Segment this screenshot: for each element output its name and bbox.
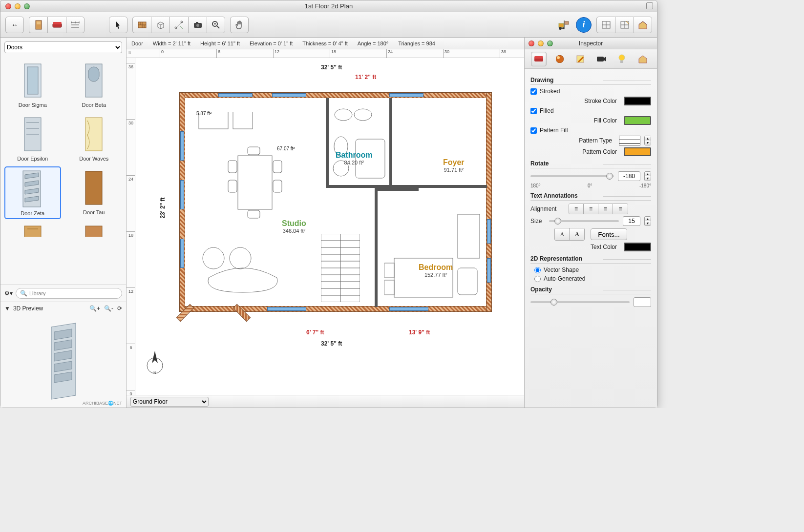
house-tab[interactable]: [635, 52, 651, 66]
svg-point-79: [619, 55, 625, 61]
camera-icon[interactable]: [188, 17, 207, 33]
info-elevation: Elevation = 0' 1" ft: [250, 41, 293, 46]
stroke-color-swatch[interactable]: [624, 97, 651, 105]
pointer-icon[interactable]: [109, 17, 127, 33]
info-object: Door: [131, 41, 143, 46]
library-search[interactable]: 🔍: [16, 288, 122, 299]
dimensions-icon[interactable]: [66, 17, 85, 33]
pattern-fill-checkbox[interactable]: Pattern Fill: [530, 127, 568, 134]
view3d-icon[interactable]: [615, 17, 634, 33]
svg-rect-29: [24, 226, 41, 237]
library-footer: ⚙▾ 🔍: [0, 285, 126, 302]
library-item[interactable]: Door Tau: [66, 166, 123, 219]
wall-icon[interactable]: [132, 17, 151, 33]
zoom-icon[interactable]: [207, 17, 225, 33]
preview-3d[interactable]: ARCHIBASE🌐NET: [0, 315, 126, 408]
home-icon[interactable]: [634, 17, 652, 33]
zoom-out-icon[interactable]: 🔍-: [104, 305, 113, 312]
fullscreen-icon[interactable]: [646, 2, 653, 9]
filled-checkbox[interactable]: Filled: [530, 107, 554, 114]
inspector-panel: Inspector Drawing Stroked Stroke Color F…: [524, 38, 657, 408]
close-icon[interactable]: [5, 3, 11, 9]
object-tab[interactable]: [531, 52, 547, 66]
brand-label: ARCHIBASE🌐NET: [83, 401, 122, 406]
align-right[interactable]: ≡: [598, 204, 613, 214]
category-select[interactable]: Doors: [4, 41, 122, 53]
library-item[interactable]: Door Sigma: [4, 59, 61, 110]
forklift-icon[interactable]: [555, 17, 571, 33]
minimize-icon[interactable]: [15, 3, 21, 9]
pattern-type-picker[interactable]: [619, 136, 640, 145]
library-item-selected[interactable]: Door Zeta: [4, 166, 61, 219]
light-tab[interactable]: [614, 52, 630, 66]
rep-vector-radio[interactable]: [534, 267, 541, 273]
search-icon: 🔍: [20, 290, 27, 297]
svg-rect-67: [384, 280, 394, 295]
font-plain[interactable]: A: [555, 228, 570, 240]
opacity-slider[interactable]: [530, 301, 630, 303]
text-size-stepper[interactable]: ▲▼: [644, 216, 651, 226]
floor-select[interactable]: Ground Floor: [130, 397, 209, 407]
disclosure-icon[interactable]: ▼: [4, 305, 10, 312]
svg-rect-19: [27, 67, 38, 94]
rep-vector-row[interactable]: Vector Shape: [534, 266, 651, 273]
svg-rect-1: [37, 21, 41, 24]
library-item[interactable]: [4, 222, 61, 237]
search-input[interactable]: [29, 290, 118, 296]
close-icon[interactable]: [529, 41, 534, 46]
font-bold[interactable]: A: [570, 228, 584, 240]
hand-icon[interactable]: [230, 17, 249, 33]
reset-zoom-icon[interactable]: ⟳: [117, 305, 122, 312]
fonts-button[interactable]: Fonts...: [591, 228, 627, 240]
zoom-window-icon[interactable]: [24, 3, 30, 9]
stroked-checkbox[interactable]: Stroked: [530, 88, 560, 95]
svg-rect-55: [273, 180, 282, 192]
svg-point-75: [556, 55, 564, 63]
library-item[interactable]: [66, 222, 123, 237]
align-center[interactable]: ≡: [584, 204, 598, 214]
measure-icon[interactable]: [169, 17, 188, 33]
bedroom-furniture: [384, 200, 482, 302]
gear-icon[interactable]: ⚙▾: [4, 290, 13, 297]
svg-point-76: [557, 56, 560, 59]
zoom-window-icon[interactable]: [547, 41, 553, 46]
svg-rect-50: [233, 112, 253, 129]
library-item[interactable]: Door Epsilon: [4, 113, 61, 164]
text-color-swatch[interactable]: [624, 243, 651, 251]
door-thumb: [77, 224, 111, 237]
text-size-value[interactable]: [623, 216, 640, 226]
fill-color-swatch[interactable]: [624, 116, 651, 125]
svg-rect-73: [534, 56, 543, 59]
floor-plan: Studio 346.04 ft² Bathroom 84.20 ft² Foy…: [179, 82, 492, 327]
opacity-value[interactable]: [634, 297, 651, 307]
nav-toggle[interactable]: ↔: [5, 17, 24, 33]
rotate-slider[interactable]: [530, 175, 614, 177]
door-icon[interactable]: [29, 17, 47, 33]
pattern-color-swatch[interactable]: [624, 147, 651, 156]
library-item[interactable]: Door Waves: [66, 113, 123, 164]
titlebar: 1st Floor 2d Plan: [0, 0, 657, 12]
camera-tab[interactable]: [593, 52, 609, 66]
material-tab[interactable]: [552, 52, 568, 66]
dim-bottom-right: 13' 9" ft: [409, 329, 430, 336]
text-size-slider[interactable]: [549, 220, 619, 222]
info-triangles: Triangles = 984: [398, 41, 435, 46]
info-icon[interactable]: i: [576, 17, 592, 33]
zoom-in-icon[interactable]: 🔍+: [89, 305, 100, 312]
align-justify[interactable]: ≡: [613, 204, 628, 214]
info-width: Width = 2' 11" ft: [153, 41, 190, 46]
rotate-stepper[interactable]: ▲▼: [644, 171, 651, 181]
door-thumb: [16, 115, 50, 154]
pattern-stepper[interactable]: ▲▼: [644, 136, 651, 145]
info-height: Height = 6' 11" ft: [200, 41, 240, 46]
view2d-icon[interactable]: [596, 17, 615, 33]
sofa-icon[interactable]: [47, 17, 66, 33]
edit-tab[interactable]: [572, 52, 588, 66]
library-item[interactable]: Door Beta: [66, 59, 123, 110]
rep-auto-row[interactable]: Auto-Generated: [534, 275, 651, 282]
rep-auto-radio[interactable]: [534, 276, 541, 282]
align-left[interactable]: ≡: [569, 204, 584, 214]
cube-icon[interactable]: [151, 17, 169, 33]
rotate-value[interactable]: [618, 171, 640, 181]
minimize-icon[interactable]: [538, 41, 544, 46]
